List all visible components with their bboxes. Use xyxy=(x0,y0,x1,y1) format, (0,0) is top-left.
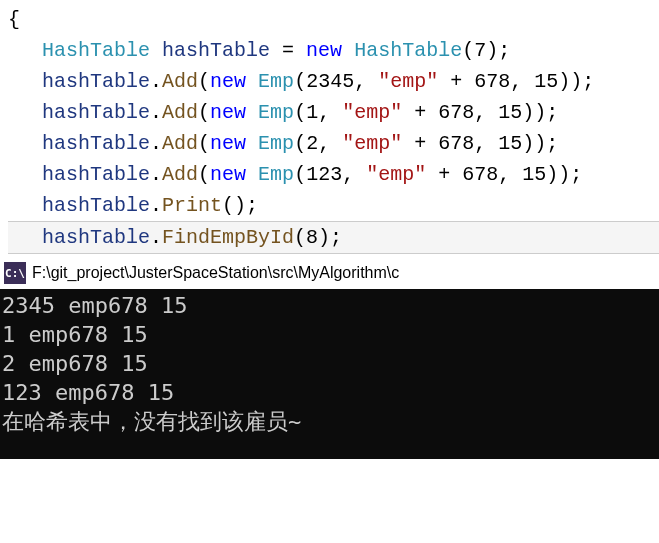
code-token: (2345, xyxy=(294,70,378,93)
code-token: hashTable xyxy=(42,70,150,93)
code-token: (7); xyxy=(462,39,510,62)
code-token: HashTable xyxy=(354,39,462,62)
code-token: Print xyxy=(162,194,222,217)
console-output-line: 123 emp678 15 xyxy=(2,378,657,407)
code-token: FindEmpById xyxy=(162,226,294,249)
console-output-line: 在哈希表中，没有找到该雇员~ xyxy=(2,407,657,436)
code-token: = xyxy=(270,39,306,62)
code-token: + 678, 15)); xyxy=(426,163,582,186)
code-token: hashTable xyxy=(162,39,270,62)
console-window: C:\ F:\git_project\JusterSpaceStation\sr… xyxy=(0,257,659,459)
code-line[interactable]: hashTable.Print(); xyxy=(8,190,659,221)
code-token: Add xyxy=(162,70,198,93)
code-token: hashTable xyxy=(42,101,150,124)
code-token: hashTable xyxy=(42,226,150,249)
code-token: Add xyxy=(162,101,198,124)
code-token: new xyxy=(210,163,246,186)
code-line[interactable]: hashTable.Add(new Emp(2, "emp" + 678, 15… xyxy=(8,128,659,159)
code-editor[interactable]: { HashTable hashTable = new HashTable(7)… xyxy=(0,0,659,254)
code-token: Emp xyxy=(258,163,294,186)
code-token: . xyxy=(150,70,162,93)
code-token: . xyxy=(150,163,162,186)
code-token xyxy=(246,132,258,155)
code-token: new xyxy=(210,132,246,155)
code-token: hashTable xyxy=(42,163,150,186)
code-token: new xyxy=(210,70,246,93)
code-token: "emp" xyxy=(342,132,402,155)
code-token: hashTable xyxy=(42,132,150,155)
code-token: . xyxy=(150,101,162,124)
code-token: (2, xyxy=(294,132,342,155)
console-title: F:\git_project\JusterSpaceStation\src\My… xyxy=(32,264,399,282)
code-token xyxy=(246,70,258,93)
code-token: . xyxy=(150,194,162,217)
code-token: "emp" xyxy=(378,70,438,93)
code-token: (1, xyxy=(294,101,342,124)
code-token xyxy=(246,101,258,124)
code-token: ( xyxy=(198,70,210,93)
code-token: . xyxy=(150,226,162,249)
console-output: 2345 emp678 151 emp678 152 emp678 15123 … xyxy=(0,289,659,459)
code-line[interactable]: hashTable.Add(new Emp(123, "emp" + 678, … xyxy=(8,159,659,190)
console-title-bar[interactable]: C:\ F:\git_project\JusterSpaceStation\sr… xyxy=(0,257,659,289)
code-token: ( xyxy=(198,132,210,155)
code-token: (8); xyxy=(294,226,342,249)
code-token: Emp xyxy=(258,101,294,124)
code-token: + 678, 15)); xyxy=(402,132,558,155)
code-token xyxy=(150,39,162,62)
code-token: new xyxy=(306,39,342,62)
code-line[interactable]: hashTable.FindEmpById(8); xyxy=(8,221,659,254)
console-output-line: 2345 emp678 15 xyxy=(2,291,657,320)
code-token: Emp xyxy=(258,70,294,93)
console-output-line: 1 emp678 15 xyxy=(2,320,657,349)
code-line[interactable]: hashTable.Add(new Emp(2345, "emp" + 678,… xyxy=(8,66,659,97)
code-token: (123, xyxy=(294,163,366,186)
console-icon: C:\ xyxy=(4,262,26,284)
code-token: "emp" xyxy=(342,101,402,124)
code-token: + 678, 15)); xyxy=(438,70,594,93)
code-token: Add xyxy=(162,163,198,186)
code-token: . xyxy=(150,132,162,155)
code-token: ( xyxy=(198,163,210,186)
code-brace-open: { xyxy=(8,4,659,35)
code-token: new xyxy=(210,101,246,124)
code-token: HashTable xyxy=(42,39,150,62)
code-token: hashTable xyxy=(42,194,150,217)
console-output-line: 2 emp678 15 xyxy=(2,349,657,378)
code-token: Emp xyxy=(258,132,294,155)
code-line[interactable]: hashTable.Add(new Emp(1, "emp" + 678, 15… xyxy=(8,97,659,128)
code-token: + 678, 15)); xyxy=(402,101,558,124)
code-token: Add xyxy=(162,132,198,155)
code-token: (); xyxy=(222,194,258,217)
code-line[interactable]: HashTable hashTable = new HashTable(7); xyxy=(8,35,659,66)
code-token: "emp" xyxy=(366,163,426,186)
code-token xyxy=(342,39,354,62)
code-token xyxy=(246,163,258,186)
code-token: ( xyxy=(198,101,210,124)
